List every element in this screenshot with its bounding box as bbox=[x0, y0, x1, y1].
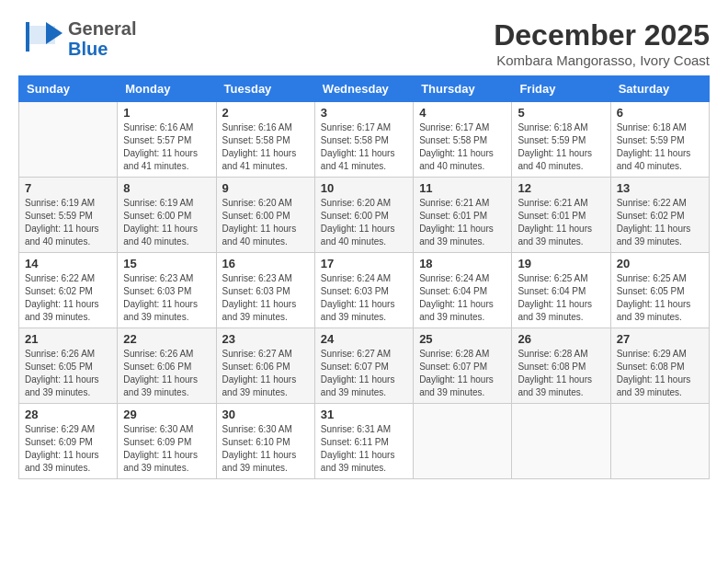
calendar-week-row: 7Sunrise: 6:19 AMSunset: 5:59 PMDaylight… bbox=[19, 178, 710, 253]
day-number: 15 bbox=[123, 257, 210, 270]
calendar-cell: 9Sunrise: 6:20 AMSunset: 6:00 PMDaylight… bbox=[216, 178, 314, 253]
calendar-cell: 5Sunrise: 6:18 AMSunset: 5:59 PMDaylight… bbox=[512, 102, 610, 178]
day-number: 2 bbox=[222, 106, 309, 120]
calendar-cell: 6Sunrise: 6:18 AMSunset: 5:59 PMDaylight… bbox=[610, 102, 709, 178]
col-header-tuesday: Tuesday bbox=[216, 76, 314, 102]
page-header: General Blue December 2025 Kombara Mango… bbox=[18, 18, 710, 68]
day-number: 5 bbox=[518, 106, 604, 120]
col-header-sunday: Sunday bbox=[19, 76, 118, 102]
day-info: Sunrise: 6:16 AMSunset: 5:58 PMDaylight:… bbox=[222, 121, 309, 173]
day-info: Sunrise: 6:30 AMSunset: 6:10 PMDaylight:… bbox=[222, 423, 309, 475]
calendar-cell: 11Sunrise: 6:21 AMSunset: 6:01 PMDayligh… bbox=[414, 178, 512, 253]
day-info: Sunrise: 6:27 AMSunset: 6:07 PMDaylight:… bbox=[321, 348, 407, 399]
day-number: 17 bbox=[321, 257, 407, 270]
day-number: 11 bbox=[419, 181, 506, 195]
day-info: Sunrise: 6:26 AMSunset: 6:05 PMDaylight:… bbox=[25, 348, 111, 399]
day-number: 27 bbox=[617, 332, 703, 346]
calendar-cell: 8Sunrise: 6:19 AMSunset: 6:00 PMDaylight… bbox=[118, 178, 216, 253]
day-info: Sunrise: 6:27 AMSunset: 6:06 PMDaylight:… bbox=[222, 348, 309, 399]
logo-general: General bbox=[68, 18, 136, 39]
calendar-cell: 22Sunrise: 6:26 AMSunset: 6:06 PMDayligh… bbox=[118, 328, 216, 404]
day-number: 26 bbox=[518, 332, 604, 346]
day-number: 24 bbox=[321, 332, 407, 346]
calendar-cell: 14Sunrise: 6:22 AMSunset: 6:02 PMDayligh… bbox=[19, 253, 118, 328]
calendar-cell: 15Sunrise: 6:23 AMSunset: 6:03 PMDayligh… bbox=[118, 253, 216, 328]
calendar-cell: 1Sunrise: 6:16 AMSunset: 5:57 PMDaylight… bbox=[118, 102, 216, 178]
calendar-cell: 17Sunrise: 6:24 AMSunset: 6:03 PMDayligh… bbox=[314, 253, 413, 328]
day-number: 7 bbox=[25, 181, 111, 195]
day-info: Sunrise: 6:29 AMSunset: 6:09 PMDaylight:… bbox=[25, 423, 111, 475]
calendar-table: SundayMondayTuesdayWednesdayThursdayFrid… bbox=[18, 75, 710, 479]
day-info: Sunrise: 6:18 AMSunset: 5:59 PMDaylight:… bbox=[617, 121, 703, 173]
day-number: 31 bbox=[321, 408, 407, 421]
day-info: Sunrise: 6:26 AMSunset: 6:06 PMDaylight:… bbox=[123, 348, 210, 399]
calendar-cell: 13Sunrise: 6:22 AMSunset: 6:02 PMDayligh… bbox=[610, 178, 709, 253]
calendar-cell: 4Sunrise: 6:17 AMSunset: 5:58 PMDaylight… bbox=[414, 102, 512, 178]
calendar-cell: 3Sunrise: 6:17 AMSunset: 5:58 PMDaylight… bbox=[314, 102, 413, 178]
calendar-cell: 18Sunrise: 6:24 AMSunset: 6:04 PMDayligh… bbox=[414, 253, 512, 328]
calendar-cell: 30Sunrise: 6:30 AMSunset: 6:10 PMDayligh… bbox=[216, 404, 314, 479]
day-info: Sunrise: 6:25 AMSunset: 6:05 PMDaylight:… bbox=[617, 272, 703, 324]
subtitle: Kombara Mangorasso, Ivory Coast bbox=[494, 52, 710, 68]
calendar-cell bbox=[19, 102, 118, 178]
day-info: Sunrise: 6:25 AMSunset: 6:04 PMDaylight:… bbox=[518, 272, 604, 324]
logo-icon bbox=[18, 18, 64, 59]
calendar-cell: 19Sunrise: 6:25 AMSunset: 6:04 PMDayligh… bbox=[512, 253, 610, 328]
calendar-cell: 27Sunrise: 6:29 AMSunset: 6:08 PMDayligh… bbox=[610, 328, 709, 404]
day-number: 4 bbox=[419, 106, 506, 120]
logo-blue: Blue bbox=[68, 39, 108, 59]
day-number: 9 bbox=[222, 181, 309, 195]
day-number: 13 bbox=[617, 181, 703, 195]
day-number: 14 bbox=[25, 257, 111, 270]
day-number: 30 bbox=[222, 408, 309, 421]
calendar-cell: 31Sunrise: 6:31 AMSunset: 6:11 PMDayligh… bbox=[314, 404, 413, 479]
logo: General Blue bbox=[18, 18, 136, 59]
calendar-cell bbox=[610, 404, 709, 479]
calendar-cell: 21Sunrise: 6:26 AMSunset: 6:05 PMDayligh… bbox=[19, 328, 118, 404]
day-info: Sunrise: 6:20 AMSunset: 6:00 PMDaylight:… bbox=[321, 197, 407, 248]
day-number: 23 bbox=[222, 332, 309, 346]
calendar-cell: 23Sunrise: 6:27 AMSunset: 6:06 PMDayligh… bbox=[216, 328, 314, 404]
day-number: 18 bbox=[419, 257, 506, 270]
day-info: Sunrise: 6:19 AMSunset: 6:00 PMDaylight:… bbox=[123, 197, 210, 248]
calendar-week-row: 14Sunrise: 6:22 AMSunset: 6:02 PMDayligh… bbox=[19, 253, 710, 328]
day-info: Sunrise: 6:24 AMSunset: 6:04 PMDaylight:… bbox=[419, 272, 506, 324]
main-title: December 2025 bbox=[494, 18, 710, 52]
day-info: Sunrise: 6:17 AMSunset: 5:58 PMDaylight:… bbox=[321, 121, 407, 173]
day-info: Sunrise: 6:28 AMSunset: 6:07 PMDaylight:… bbox=[419, 348, 506, 399]
col-header-wednesday: Wednesday bbox=[314, 76, 413, 102]
day-number: 29 bbox=[123, 408, 210, 421]
calendar-cell: 28Sunrise: 6:29 AMSunset: 6:09 PMDayligh… bbox=[19, 404, 118, 479]
calendar-cell bbox=[512, 404, 610, 479]
calendar-cell: 10Sunrise: 6:20 AMSunset: 6:00 PMDayligh… bbox=[314, 178, 413, 253]
day-info: Sunrise: 6:23 AMSunset: 6:03 PMDaylight:… bbox=[222, 272, 309, 324]
calendar-header-row: SundayMondayTuesdayWednesdayThursdayFrid… bbox=[19, 76, 710, 102]
calendar-week-row: 28Sunrise: 6:29 AMSunset: 6:09 PMDayligh… bbox=[19, 404, 710, 479]
logo-text-block: General Blue bbox=[68, 18, 136, 59]
day-info: Sunrise: 6:23 AMSunset: 6:03 PMDaylight:… bbox=[123, 272, 210, 324]
col-header-thursday: Thursday bbox=[414, 76, 512, 102]
calendar-cell: 26Sunrise: 6:28 AMSunset: 6:08 PMDayligh… bbox=[512, 328, 610, 404]
calendar-cell: 12Sunrise: 6:21 AMSunset: 6:01 PMDayligh… bbox=[512, 178, 610, 253]
day-number: 3 bbox=[321, 106, 407, 120]
day-info: Sunrise: 6:30 AMSunset: 6:09 PMDaylight:… bbox=[123, 423, 210, 475]
col-header-saturday: Saturday bbox=[610, 76, 709, 102]
day-number: 1 bbox=[123, 106, 210, 120]
day-number: 6 bbox=[617, 106, 703, 120]
day-number: 28 bbox=[25, 408, 111, 421]
day-info: Sunrise: 6:22 AMSunset: 6:02 PMDaylight:… bbox=[25, 272, 111, 324]
col-header-friday: Friday bbox=[512, 76, 610, 102]
day-number: 12 bbox=[518, 181, 604, 195]
day-info: Sunrise: 6:17 AMSunset: 5:58 PMDaylight:… bbox=[419, 121, 506, 173]
svg-rect-2 bbox=[26, 22, 29, 52]
title-block: December 2025 Kombara Mangorasso, Ivory … bbox=[494, 18, 710, 68]
day-number: 25 bbox=[419, 332, 506, 346]
day-number: 16 bbox=[222, 257, 309, 270]
day-info: Sunrise: 6:19 AMSunset: 5:59 PMDaylight:… bbox=[25, 197, 111, 248]
calendar-cell: 20Sunrise: 6:25 AMSunset: 6:05 PMDayligh… bbox=[610, 253, 709, 328]
day-info: Sunrise: 6:21 AMSunset: 6:01 PMDaylight:… bbox=[419, 197, 506, 248]
calendar-cell: 7Sunrise: 6:19 AMSunset: 5:59 PMDaylight… bbox=[19, 178, 118, 253]
day-info: Sunrise: 6:31 AMSunset: 6:11 PMDaylight:… bbox=[321, 423, 407, 475]
calendar-week-row: 21Sunrise: 6:26 AMSunset: 6:05 PMDayligh… bbox=[19, 328, 710, 404]
calendar-cell bbox=[414, 404, 512, 479]
